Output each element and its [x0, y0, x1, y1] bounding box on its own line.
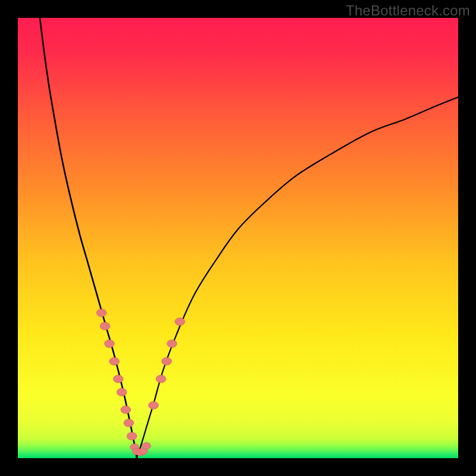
- gradient-background: [18, 18, 458, 458]
- right-branch-marker: [175, 318, 185, 325]
- left-branch-marker: [127, 432, 137, 440]
- chart-frame: TheBottleneck.com: [0, 0, 476, 476]
- left-branch-marker: [100, 322, 110, 330]
- watermark-text: TheBottleneck.com: [346, 2, 470, 19]
- left-branch-marker: [121, 406, 131, 414]
- bottom-cluster-marker: [142, 443, 151, 449]
- right-branch-marker: [162, 358, 172, 365]
- left-branch-marker: [96, 309, 107, 317]
- left-branch-marker: [109, 358, 120, 365]
- left-branch-marker: [113, 375, 123, 383]
- chart-svg: [18, 18, 458, 458]
- left-branch-marker: [117, 388, 127, 396]
- right-branch-marker: [149, 402, 159, 409]
- right-branch-marker: [167, 340, 177, 347]
- plot-area: [18, 18, 458, 458]
- left-branch-marker: [105, 340, 115, 347]
- right-branch-marker: [156, 375, 166, 383]
- left-branch-marker: [124, 419, 134, 427]
